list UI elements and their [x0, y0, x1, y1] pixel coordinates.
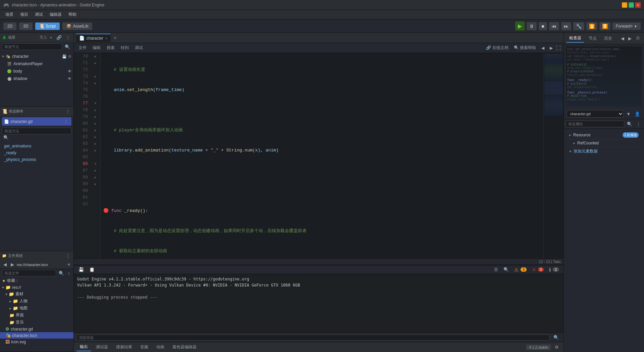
fs-character-gd[interactable]: ⚙ character.gd [0, 326, 73, 332]
search-log-button[interactable]: 🔍 [501, 266, 511, 273]
menu-scene[interactable]: 场景 [3, 11, 16, 18]
filter-attr-more[interactable]: ⋮ [635, 121, 642, 127]
fs-back-button[interactable]: ◀ [2, 261, 8, 268]
edit-menu-button[interactable]: 编辑 [91, 44, 103, 51]
stop-button[interactable]: ■ [539, 22, 547, 30]
add-tab-button[interactable]: + [112, 35, 118, 41]
resource-expand-icon[interactable]: ▸ [569, 133, 571, 137]
btn-script[interactable]: 📜 Script [35, 23, 60, 30]
inspector-back[interactable]: ◀ [620, 35, 626, 42]
filter-method-search[interactable]: 🔍 [2, 134, 10, 141]
code-lines[interactable]: # 设置动画长度 anim.set_length(frame_time) # p… [101, 53, 543, 258]
tab-character[interactable]: 📄 character × [76, 34, 111, 42]
tree-item-character[interactable]: ▾ 🎭 character 💾 ⚙ [0, 53, 73, 60]
fs-icon-svg[interactable]: 🖼 icon.svg [0, 339, 73, 345]
fs-forward-button[interactable]: ▶ [9, 261, 15, 268]
step-next-button[interactable]: ⏭ [561, 22, 571, 30]
filesystem-more[interactable]: ⋮ [64, 253, 71, 259]
method-get-animations[interactable]: get_animations [0, 143, 73, 149]
script-select[interactable]: character.gd [567, 110, 624, 118]
tab-history[interactable]: 历史 [601, 35, 615, 42]
goto-menu-button[interactable]: 转到 [119, 44, 131, 51]
fs-music-folder[interactable]: 📁 音乐 [0, 319, 73, 326]
resource-item-resource[interactable]: ▸ Resource 1 处修改 [567, 131, 641, 139]
filter-nodes-input[interactable] [2, 43, 62, 50]
warning-count-row[interactable]: ⚠ 3 [512, 266, 529, 273]
add-element-button[interactable]: + 添加元素数据 [567, 147, 641, 156]
save-log-button[interactable]: 💾 [76, 266, 86, 273]
search-menu-button[interactable]: 搜索 [105, 44, 117, 51]
btn-3d[interactable]: 3D [19, 23, 32, 30]
filter-log-button[interactable]: ☰ [492, 266, 500, 273]
method-ready[interactable]: _ready [0, 149, 73, 156]
more-script-btn[interactable]: ⋮ [62, 118, 69, 125]
nav-prev-button[interactable]: ◀ [539, 44, 546, 51]
inspector-more[interactable]: ▼ [625, 111, 632, 117]
tab-audio[interactable]: 音频 [137, 343, 152, 351]
tab-animation[interactable]: 动画 [153, 343, 168, 351]
tab-inspector[interactable]: 检查器 [567, 34, 584, 43]
error-count-row[interactable]: ✕ 0 [530, 266, 546, 273]
play-button[interactable]: ▶ [515, 21, 525, 31]
debug-button[interactable]: 🔧 [573, 22, 584, 30]
tree-item-animplayer[interactable]: 🎬 AnimationPlayer [0, 60, 73, 68]
other-debug1[interactable]: ⏫ [586, 22, 597, 30]
menu-project[interactable]: 项目 [17, 11, 31, 18]
forward-button[interactable]: Forward+ ▼ [612, 23, 641, 30]
filter-files-sort[interactable]: ↕ [67, 270, 72, 276]
fs-character-tscn[interactable]: 🎭 character.tscn [0, 332, 73, 339]
tab-shader-editor[interactable]: 着色器编辑器 [169, 343, 200, 351]
filter-nodes-search-button[interactable]: 🔍 [63, 44, 71, 50]
filter-files-search[interactable]: 🔍 [57, 270, 65, 276]
inspector-user-icon[interactable]: 👤 [633, 111, 641, 117]
fs-ui-folder[interactable]: 📁 界面 [0, 312, 73, 319]
message-filter-search[interactable]: 🔍 [551, 334, 561, 341]
minimize-button[interactable]: − [622, 2, 627, 8]
filter-attr-search[interactable]: 🔍 [626, 121, 634, 127]
menu-help[interactable]: 帮助 [66, 11, 79, 18]
more-options-button[interactable]: ⋮ [64, 34, 71, 41]
inspector-history[interactable]: ⏱ [634, 35, 641, 42]
fs-people-folder[interactable]: ▸ 📁 人物 [0, 298, 73, 305]
info-count-row[interactable]: ℹ 1 [547, 266, 561, 273]
tab-nodes[interactable]: 节点 [586, 35, 599, 42]
search-help-button[interactable]: 🔍 搜索帮助 [512, 44, 538, 51]
tab-output[interactable]: 输出 [76, 343, 91, 351]
fs-map-folder[interactable]: ▸ 📁 地图 [0, 305, 73, 312]
tab-search-results[interactable]: 搜索结果 [113, 343, 136, 351]
maximize-button[interactable]: □ [629, 2, 634, 8]
tab-close-button[interactable]: × [105, 36, 107, 40]
add-node-button[interactable]: + [48, 34, 54, 41]
eye-icon-shadow[interactable]: 👁 [68, 77, 71, 81]
debug-menu-button[interactable]: 调试 [133, 44, 145, 51]
resource-item-refcounted[interactable]: ▸ RefCounted [567, 139, 641, 147]
fullscreen-button[interactable]: ⛶ [556, 44, 561, 51]
online-docs-button[interactable]: 🔗 在线文档 [484, 44, 510, 51]
menu-debug[interactable]: 调试 [32, 11, 46, 18]
tree-item-shadow[interactable]: ⬤ shadow 👁 [0, 75, 73, 82]
tab-debugger[interactable]: 调试器 [93, 343, 111, 351]
menu-editor[interactable]: 编辑器 [47, 11, 64, 18]
other-debug2[interactable]: ⏬ [599, 22, 610, 30]
inspector-forward[interactable]: ▶ [627, 35, 633, 42]
fs-list-view[interactable]: ≡ [66, 261, 71, 268]
character-gd-item[interactable]: 📄 character.gd ⋮ [2, 117, 71, 126]
console-settings[interactable]: ⚙ [553, 344, 561, 351]
tree-item-body[interactable]: 🟢 body 👁 [0, 68, 73, 75]
message-filter-input[interactable] [76, 335, 549, 341]
pause-button[interactable]: ⏸ [527, 22, 537, 30]
active-script-file[interactable]: 📄 character.gd ⋮ [0, 116, 73, 127]
step-prev-button[interactable]: ⏮ [549, 22, 559, 30]
more-script-options[interactable]: ⋮ [64, 108, 71, 115]
filter-method-input[interactable] [2, 128, 71, 134]
fs-assets-folder[interactable]: ▾ 📁 素材 [0, 291, 73, 298]
copy-log-button[interactable]: 📋 [87, 266, 97, 273]
eye-icon-body[interactable]: 👁 [68, 69, 71, 73]
file-menu-button[interactable]: 文件 [76, 44, 89, 51]
link-node-button[interactable]: 🔗 [55, 34, 63, 41]
filter-attr-input[interactable] [566, 121, 624, 127]
code-content[interactable]: 7071727374 7576 77 7879808182 838485 86 … [74, 53, 564, 258]
btn-assetlib[interactable]: 📦 AssetLib [62, 23, 92, 30]
nav-next-button[interactable]: ▶ [548, 44, 555, 51]
close-button[interactable]: × [635, 2, 641, 8]
